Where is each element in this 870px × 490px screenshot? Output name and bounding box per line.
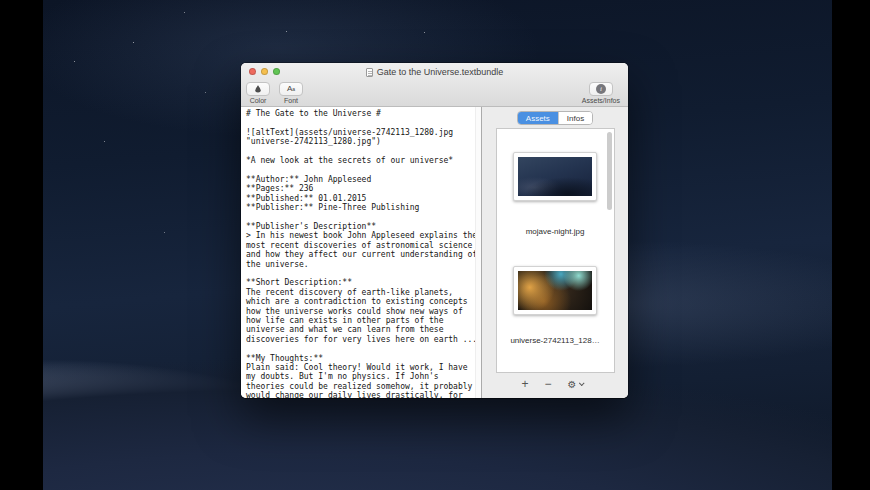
assets-infos-button-label: Assets/Infos	[582, 97, 620, 104]
toolbar: Color Aa Font i Assets/Infos	[241, 81, 628, 106]
editor-scrollbar[interactable]	[475, 107, 481, 398]
document-icon	[366, 68, 373, 77]
textbundle-editor-window: Gate to the Universe.textbundle Color Aa	[241, 63, 628, 398]
asset-thumbnail-universe[interactable]	[513, 266, 597, 315]
mojave-night-image	[518, 157, 592, 196]
font-button[interactable]: Aa	[279, 82, 303, 96]
gear-icon: ⚙	[568, 379, 577, 390]
font-tool: Aa Font	[279, 82, 303, 104]
add-asset-button[interactable]: +	[522, 377, 529, 391]
markdown-editor: # The Gate to the Universe # ![altText](…	[241, 107, 481, 398]
window-content: # The Gate to the Universe # ![altText](…	[241, 107, 628, 398]
assets-panel: Assets Infos mojave-night.jpg universe-2…	[482, 107, 628, 398]
window-title: Gate to the Universe.textbundle	[366, 67, 504, 77]
close-button[interactable]	[249, 68, 256, 75]
universe-image	[518, 271, 592, 310]
assets-infos-tool: i Assets/Infos	[582, 82, 620, 104]
panel-tab-switcher: Assets Infos	[517, 111, 593, 125]
font-button-label: Font	[284, 97, 298, 104]
window-header: Gate to the Universe.textbundle Color Aa	[241, 63, 628, 107]
desktop-background: Gate to the Universe.textbundle Color Aa	[0, 0, 870, 490]
color-button-label: Color	[250, 97, 267, 104]
assets-list: mojave-night.jpg universe-2742113_128…	[496, 128, 615, 373]
window-title-text: Gate to the Universe.textbundle	[377, 67, 504, 77]
asset-thumbnail-mojave[interactable]	[513, 152, 597, 201]
chevron-down-icon	[578, 380, 584, 386]
color-button[interactable]	[246, 82, 270, 96]
tab-assets[interactable]: Assets	[518, 112, 558, 124]
assets-infos-button[interactable]: i	[589, 82, 613, 96]
zoom-button[interactable]	[273, 68, 280, 75]
assets-list-scrollbar[interactable]	[607, 132, 612, 210]
minimize-button[interactable]	[261, 68, 268, 75]
font-icon: Aa	[287, 85, 295, 93]
droplet-icon	[255, 85, 261, 93]
info-icon: i	[596, 84, 606, 94]
asset-filename: mojave-night.jpg	[526, 227, 585, 236]
titlebar[interactable]: Gate to the Universe.textbundle	[241, 63, 628, 81]
editor-text-area[interactable]: # The Gate to the Universe # ![altText](…	[241, 107, 481, 398]
assets-action-bar: + − ⚙	[522, 377, 583, 391]
color-tool: Color	[246, 82, 270, 104]
stars-decoration	[43, 0, 44, 1]
asset-filename: universe-2742113_128…	[510, 336, 599, 345]
gear-menu-button[interactable]: ⚙	[568, 379, 583, 390]
tab-infos[interactable]: Infos	[558, 112, 592, 124]
remove-asset-button[interactable]: −	[545, 377, 552, 391]
traffic-lights	[249, 68, 280, 75]
